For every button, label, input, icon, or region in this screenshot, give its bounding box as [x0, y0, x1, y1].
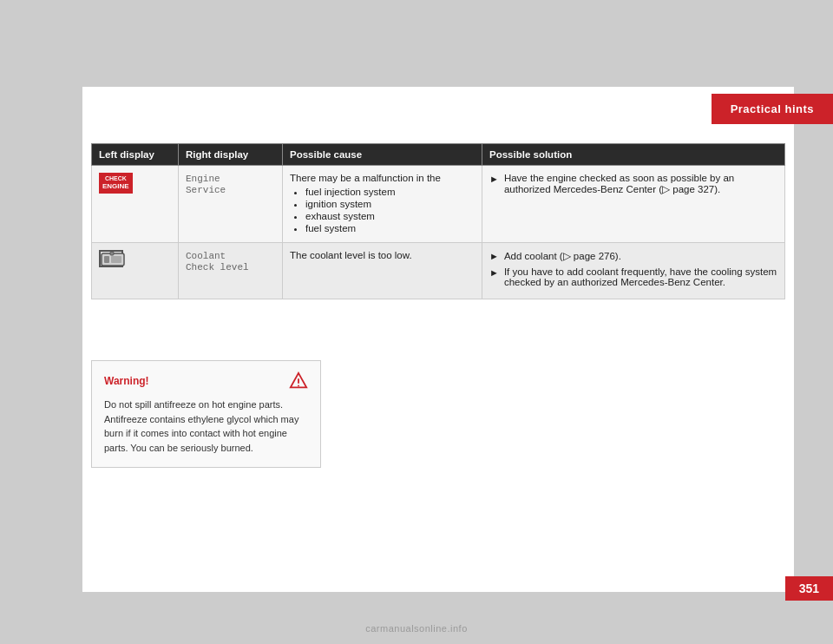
warning-triangle-icon	[289, 371, 308, 391]
warning-text: Do not spill antifreeze on hot engine pa…	[104, 398, 308, 455]
list-item: ignition system	[305, 199, 475, 209]
col-header-cause: Possible cause	[283, 144, 482, 166]
check-engine-badge: CHECK ENGINE	[99, 173, 133, 194]
bottom-watermark: carmanualsonline.info	[0, 623, 833, 634]
coolant-icon	[99, 250, 123, 267]
cause-cell-1: There may be a malfunction in the fuel i…	[283, 166, 482, 243]
warning-header: Warning!	[104, 371, 308, 391]
left-display-cell-1: CHECK ENGINE	[92, 166, 179, 243]
page-number: 351	[785, 576, 833, 601]
solution-item: ► Have the engine checked as soon as pos…	[489, 173, 777, 195]
warning-box: Warning! Do not spill antifreeze on hot …	[91, 360, 321, 468]
svg-rect-3	[110, 252, 114, 255]
list-item: exhaust system	[305, 211, 475, 221]
main-content: Left display Right display Possible caus…	[91, 143, 785, 299]
right-display-cell-2: Coolant Check level	[179, 243, 283, 299]
list-item: fuel system	[305, 223, 475, 233]
header-tab: Practical hints	[712, 94, 833, 124]
table-row: CHECK ENGINE Engine Service There may be…	[92, 166, 785, 243]
solution-cell-1: ► Have the engine checked as soon as pos…	[482, 166, 785, 243]
left-display-cell-2	[92, 243, 179, 299]
svg-rect-1	[104, 256, 109, 263]
left-band	[0, 0, 82, 644]
warning-title: Warning!	[104, 375, 149, 387]
cause-list-1: fuel injection system ignition system ex…	[290, 187, 475, 233]
svg-rect-2	[111, 256, 121, 263]
solution-item: ► Add coolant (▷ page 276).	[489, 250, 777, 262]
arrow-icon: ►	[489, 267, 499, 278]
header-tab-label: Practical hints	[731, 102, 814, 115]
table-row: Coolant Check level The coolant level is…	[92, 243, 785, 299]
arrow-icon: ►	[489, 251, 499, 261]
col-header-left: Left display	[92, 144, 179, 166]
svg-point-6	[298, 385, 299, 387]
solution-cell-2: ► Add coolant (▷ page 276). ► If you hav…	[482, 243, 785, 299]
top-band	[0, 0, 833, 87]
list-item: fuel injection system	[305, 187, 475, 197]
info-table: Left display Right display Possible caus…	[91, 143, 785, 299]
col-header-solution: Possible solution	[482, 144, 785, 166]
arrow-icon: ►	[489, 174, 499, 184]
solution-item: ► If you have to add coolant frequently,…	[489, 266, 777, 287]
cause-cell-2: The coolant level is too low.	[283, 243, 482, 299]
coolant-svg	[101, 252, 125, 269]
col-header-right: Right display	[179, 144, 283, 166]
right-display-cell-1: Engine Service	[179, 166, 283, 243]
bottom-band	[0, 592, 833, 644]
